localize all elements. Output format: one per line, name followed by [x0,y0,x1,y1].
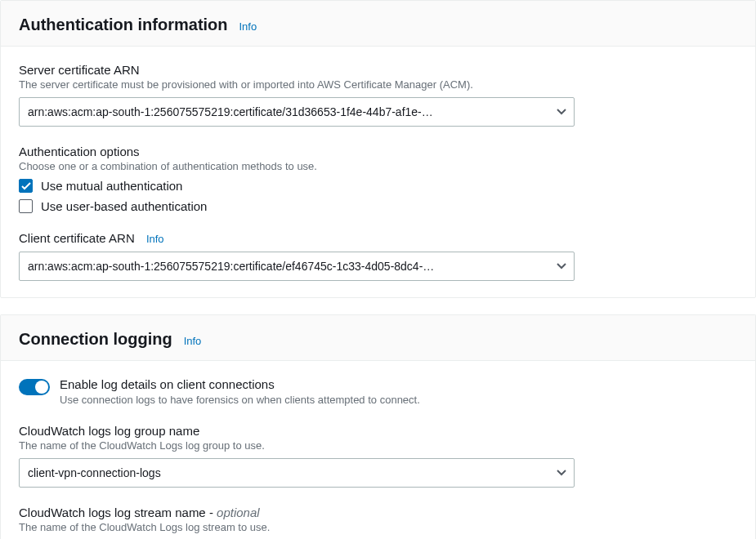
client-cert-info-link[interactable]: Info [146,233,164,245]
mutual-auth-row: Use mutual authentication [19,179,737,193]
log-stream-optional: optional [217,506,260,519]
connection-logging-panel: Connection logging Info Enable log detai… [0,314,756,539]
enable-logging-desc: Use connection logs to have forensics on… [60,394,420,406]
auth-info-title: Authentication information [19,16,228,33]
mutual-auth-checkbox[interactable] [19,179,33,193]
toggle-knob [35,381,48,394]
auth-info-header: Authentication information Info [1,1,755,47]
enable-logging-text: Enable log details on client connections… [60,377,420,406]
log-stream-field: CloudWatch logs log stream name - option… [19,506,737,533]
auth-options-field: Authentication options Choose one or a c… [19,145,737,213]
log-stream-desc: The name of the CloudWatch Logs log stre… [19,521,737,533]
connection-logging-body: Enable log details on client connections… [1,361,755,539]
log-group-select[interactable]: client-vpn-connection-logs [19,458,575,488]
auth-info-body: Server certificate ARN The server certif… [1,47,755,297]
connection-logging-info-link[interactable]: Info [184,335,202,347]
client-cert-value: arn:aws:acm:ap-south-1:256075575219:cert… [19,252,575,281]
server-cert-select[interactable]: arn:aws:acm:ap-south-1:256075575219:cert… [19,97,575,127]
auth-options-desc: Choose one or a combination of authentic… [19,160,737,172]
log-group-label: CloudWatch logs log group name [19,424,737,438]
enable-logging-row: Enable log details on client connections… [19,377,737,406]
log-group-desc: The name of the CloudWatch Logs log grou… [19,439,737,452]
client-cert-field: Client certificate ARN Info arn:aws:acm:… [19,231,737,281]
auth-info-link[interactable]: Info [239,20,257,33]
client-cert-label-text: Client certificate ARN [19,231,135,245]
user-auth-checkbox[interactable] [19,199,33,213]
connection-logging-title: Connection logging [19,330,172,348]
auth-options-label: Authentication options [19,145,737,158]
enable-logging-label: Enable log details on client connections [60,377,420,391]
log-stream-label-text: CloudWatch logs log stream name - [19,506,217,519]
server-cert-desc: The server certificate must be provision… [19,78,737,91]
log-group-field: CloudWatch logs log group name The name … [19,424,737,488]
auth-info-panel: Authentication information Info Server c… [0,0,756,298]
server-cert-field: Server certificate ARN The server certif… [19,63,737,127]
enable-logging-toggle[interactable] [19,379,50,395]
client-cert-label: Client certificate ARN Info [19,231,737,245]
user-auth-label[interactable]: Use user-based authentication [41,199,207,213]
connection-logging-header: Connection logging Info [1,315,755,361]
client-cert-select[interactable]: arn:aws:acm:ap-south-1:256075575219:cert… [19,252,575,281]
log-stream-label: CloudWatch logs log stream name - option… [19,506,737,519]
server-cert-value: arn:aws:acm:ap-south-1:256075575219:cert… [19,97,575,127]
mutual-auth-label[interactable]: Use mutual authentication [41,179,182,193]
log-group-value: client-vpn-connection-logs [19,458,575,488]
user-auth-row: Use user-based authentication [19,199,737,213]
server-cert-label: Server certificate ARN [19,63,737,77]
